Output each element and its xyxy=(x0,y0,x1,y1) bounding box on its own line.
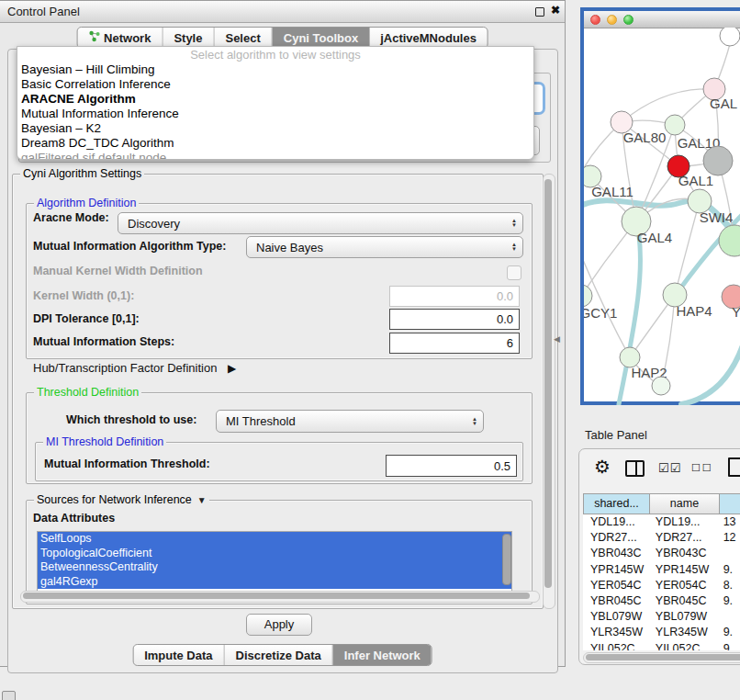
algorithm-option-galfiltered-sif-default-node[interactable]: galFiltered.sif default node xyxy=(17,151,533,160)
network-canvas[interactable]: GALGAL80GAL10GAL1SWI4GAL11GAL4GCY1HAP4YH… xyxy=(584,28,740,405)
mi-threshold-group-title: MI Threshold Definition xyxy=(43,435,166,448)
algorithm-option-dream8-dc-tdc-algorithm[interactable]: Dream8 DC_TDC Algorithm xyxy=(17,136,533,151)
table-row[interactable]: YDR27...YDR27...12 xyxy=(583,530,740,546)
table-cell: YIL052C xyxy=(583,641,648,651)
gear-icon[interactable]: ⚙ xyxy=(594,456,611,478)
mac-zoom-icon[interactable] xyxy=(623,15,633,25)
attribute-item-topologicalcoefficient[interactable]: TopologicalCoefficient xyxy=(38,547,511,561)
tab-network[interactable]: Network xyxy=(77,28,163,48)
splitter-collapse-icon[interactable]: ◀ xyxy=(554,334,560,344)
settings-group-title: Cyni Algorithm Settings xyxy=(20,167,144,180)
table-row[interactable]: YER054CYER054C8. xyxy=(583,578,740,593)
mac-close-icon[interactable] xyxy=(590,15,600,25)
aracne-mode-value: Discovery xyxy=(128,217,180,231)
mi-steps-label: Mutual Information Steps: xyxy=(33,335,174,348)
dpi-tolerance-label: DPI Tolerance [0,1]: xyxy=(33,312,140,325)
network-node-gal10[interactable] xyxy=(665,115,685,135)
attributes-scrollbar[interactable] xyxy=(501,534,510,587)
mi-threshold-field[interactable] xyxy=(386,455,517,477)
column-header-name[interactable]: name xyxy=(650,493,720,514)
mac-minimize-icon[interactable] xyxy=(607,15,617,25)
network-node-swi4[interactable] xyxy=(719,225,740,256)
network-edge[interactable] xyxy=(681,323,740,404)
table-row[interactable]: YBR045CYBR045C9. xyxy=(583,593,740,609)
algorithm-option-mutual-information-inference[interactable]: Mutual Information Inference xyxy=(17,107,533,121)
apply-button[interactable]: Apply xyxy=(246,614,312,636)
tab-style[interactable]: Style xyxy=(163,28,214,48)
table-cell: 9 xyxy=(716,641,740,651)
algorithm-option-basic-correlation-inference[interactable]: Basic Correlation Inference xyxy=(17,77,533,92)
table-cell: 8. xyxy=(716,578,740,593)
node-label-gal1: GAL1 xyxy=(678,173,713,188)
control-panel-title: Control Panel xyxy=(7,5,80,18)
page-icon[interactable] xyxy=(728,457,740,477)
algorithm-popup-placeholder: Select algorithm to view settings xyxy=(17,47,533,62)
network-node[interactable] xyxy=(652,377,670,395)
algorithm-option-bayesian-hill-climbing[interactable]: Bayesian – Hill Climbing xyxy=(17,62,533,77)
settings-scrollbar[interactable] xyxy=(543,174,555,609)
tab-impute-data[interactable]: Impute Data xyxy=(133,645,224,665)
aracne-mode-label: Aracne Mode: xyxy=(33,211,109,224)
tab-select[interactable]: Select xyxy=(214,28,272,48)
table-header: shared...nameA xyxy=(583,493,740,514)
sources-hscrollbar[interactable] xyxy=(20,591,540,603)
network-window-titlebar xyxy=(584,11,740,28)
column-header-shared[interactable]: shared... xyxy=(583,493,650,514)
network-node[interactable] xyxy=(720,28,740,46)
aracne-mode-combobox[interactable]: Discovery ▲▼ xyxy=(118,212,523,234)
table-cell: 9. xyxy=(716,625,740,640)
node-label-y: Y xyxy=(732,304,740,320)
hub-definition-label: Hub/Transcription Factor Definition xyxy=(33,361,217,375)
table-row[interactable]: YDL19...YDL19...13 xyxy=(583,514,740,530)
table-cell: YBR043C xyxy=(583,546,648,561)
mi-type-value: Naive Bayes xyxy=(256,241,323,254)
control-panel-titlebar: Control Panel ✖ xyxy=(0,1,565,23)
network-node[interactable] xyxy=(703,146,733,175)
attribute-item-gal4rgexp[interactable]: gal4RGexp xyxy=(38,575,511,590)
data-attributes-list[interactable]: SelfLoopsTopologicalCoefficientBetweenne… xyxy=(37,531,512,592)
tab-infer-network[interactable]: Infer Network xyxy=(333,645,432,665)
algorithm-option-bayesian-k2[interactable]: Bayesian – K2 xyxy=(17,121,533,136)
attribute-item-selfloops[interactable]: SelfLoops xyxy=(38,532,511,547)
sources-title-text: Sources for Network Inference xyxy=(37,493,192,506)
table-cell: YIL052C xyxy=(648,641,716,651)
algorithm-option-aracne-algorithm[interactable]: ARACNE Algorithm xyxy=(17,92,533,107)
node-label-gal: GAL xyxy=(710,96,737,111)
attribute-item-betweennesscentrality[interactable]: BetweennessCentrality xyxy=(38,560,511,575)
minimized-panel-icon[interactable] xyxy=(2,691,16,700)
node-label-gcy1: GCY1 xyxy=(584,305,617,321)
tab-jactivemnodules[interactable]: jActiveMNodules xyxy=(369,28,488,48)
table-hscrollbar[interactable] xyxy=(583,652,740,663)
dpi-tolerance-field[interactable] xyxy=(389,309,520,330)
table-row[interactable]: YBL079WYBL079W xyxy=(583,609,740,625)
table-cell: YBL079W xyxy=(583,609,648,625)
table-cell: 9. xyxy=(716,593,740,609)
tab-discretize-data[interactable]: Discretize Data xyxy=(225,645,333,665)
threshold-definition-title: Threshold Definition xyxy=(34,386,141,399)
network-node-gcy1[interactable] xyxy=(584,285,592,307)
kernel-width-field[interactable] xyxy=(389,286,520,307)
sources-group-title[interactable]: Sources for Network Inference▼ xyxy=(34,493,209,506)
table-row[interactable]: YPR145WYPR145W9. xyxy=(583,562,740,578)
mi-type-combobox[interactable]: Naive Bayes ▲▼ xyxy=(246,236,523,258)
checked-pair-icon[interactable]: ☑☑ xyxy=(658,461,681,475)
mi-steps-field[interactable] xyxy=(389,333,520,354)
manual-kernel-label: Manual Kernel Width Definition xyxy=(33,265,203,277)
tab-cyni-toolbox[interactable]: Cyni Toolbox xyxy=(273,28,369,48)
column-header-a[interactable]: A xyxy=(720,493,740,514)
table-cell: YDR27... xyxy=(583,530,648,546)
which-threshold-combobox[interactable]: MI Threshold ▲▼ xyxy=(216,410,484,433)
hub-definition-expander[interactable]: Hub/Transcription Factor Definition ▶ xyxy=(33,361,236,375)
split-columns-icon[interactable] xyxy=(625,460,645,477)
table-cell: YBR045C xyxy=(583,593,648,609)
table-row[interactable]: YBR043CYBR043C xyxy=(583,546,740,561)
manual-kernel-checkbox[interactable] xyxy=(507,265,521,280)
table-panel-title: Table Panel xyxy=(585,428,647,442)
unchecked-pair-icon[interactable]: ☐☐ xyxy=(691,462,713,474)
collapse-down-icon: ▼ xyxy=(197,495,207,505)
float-icon[interactable] xyxy=(535,7,544,17)
table-row[interactable]: YLR345WYLR345W9. xyxy=(583,625,740,640)
close-icon[interactable]: ✖ xyxy=(551,4,560,17)
table-cell: 12 xyxy=(716,530,740,546)
table-row[interactable]: YIL052CYIL052C9 xyxy=(583,641,740,651)
